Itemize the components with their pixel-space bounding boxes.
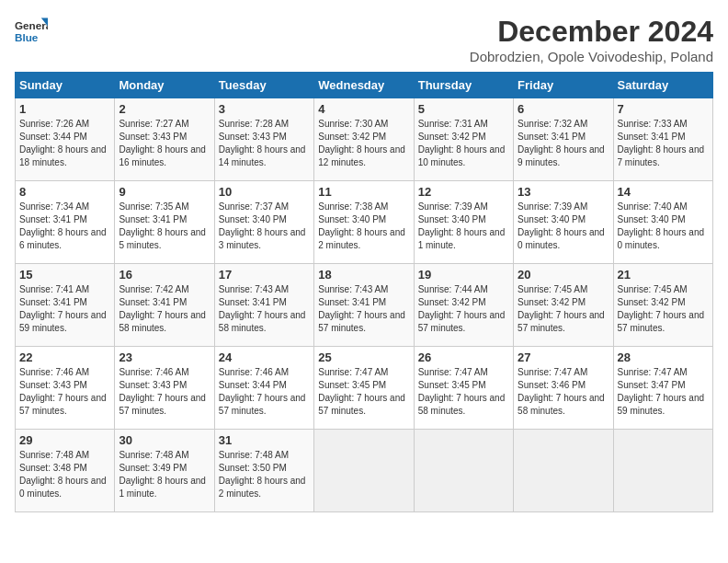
daylight-label: Daylight: 8 hours and 6 minutes.: [19, 227, 107, 250]
sunset-label: Sunset: 3:42 PM: [418, 297, 486, 307]
daylight-label: Daylight: 7 hours and 57 minutes.: [618, 310, 705, 333]
daylight-label: Daylight: 8 hours and 2 minutes.: [219, 476, 306, 499]
calendar-cell: 8 Sunrise: 7:34 AM Sunset: 3:41 PM Dayli…: [16, 181, 115, 264]
daylight-label: Daylight: 7 hours and 58 minutes.: [219, 310, 306, 333]
sunset-label: Sunset: 3:41 PM: [19, 297, 87, 307]
calendar-cell: 17 Sunrise: 7:43 AM Sunset: 3:41 PM Dayl…: [214, 264, 313, 347]
calendar-cell: 19 Sunrise: 7:44 AM Sunset: 3:42 PM Dayl…: [414, 264, 513, 347]
week-row: 1 Sunrise: 7:26 AM Sunset: 3:44 PM Dayli…: [16, 98, 713, 181]
day-info: Sunrise: 7:45 AM Sunset: 3:42 PM Dayligh…: [518, 283, 609, 335]
calendar-cell: [314, 430, 414, 512]
day-number: 29: [19, 433, 110, 447]
sunrise-label: Sunrise: 7:30 AM: [318, 119, 388, 129]
week-row: 29 Sunrise: 7:48 AM Sunset: 3:48 PM Dayl…: [16, 430, 713, 512]
day-number: 11: [318, 185, 409, 199]
sunrise-label: Sunrise: 7:43 AM: [318, 284, 388, 294]
daylight-label: Daylight: 7 hours and 57 minutes.: [318, 393, 405, 416]
sunset-label: Sunset: 3:43 PM: [19, 380, 87, 390]
day-info: Sunrise: 7:48 AM Sunset: 3:49 PM Dayligh…: [119, 449, 210, 500]
sunset-label: Sunset: 3:44 PM: [19, 132, 87, 142]
day-number: 12: [418, 185, 509, 199]
daylight-label: Daylight: 8 hours and 16 minutes.: [119, 144, 206, 167]
sunrise-label: Sunrise: 7:39 AM: [518, 201, 587, 212]
daylight-label: Daylight: 7 hours and 58 minutes.: [119, 310, 206, 333]
sunset-label: Sunset: 3:43 PM: [219, 132, 287, 142]
calendar-cell: 7 Sunrise: 7:33 AM Sunset: 3:41 PM Dayli…: [613, 98, 712, 181]
sunset-label: Sunset: 3:41 PM: [119, 297, 187, 307]
daylight-label: Daylight: 8 hours and 10 minutes.: [418, 144, 506, 167]
calendar-cell: 9 Sunrise: 7:35 AM Sunset: 3:41 PM Dayli…: [115, 181, 214, 264]
sunrise-label: Sunrise: 7:42 AM: [119, 284, 188, 294]
day-number: 4: [318, 102, 409, 116]
logo: General Blue: [15, 15, 48, 48]
day-number: 10: [219, 185, 310, 199]
sunset-label: Sunset: 3:42 PM: [518, 297, 586, 307]
sunset-label: Sunset: 3:46 PM: [518, 380, 586, 390]
day-info: Sunrise: 7:28 AM Sunset: 3:43 PM Dayligh…: [219, 118, 310, 169]
sunrise-label: Sunrise: 7:31 AM: [418, 119, 488, 129]
sunset-label: Sunset: 3:49 PM: [119, 463, 187, 473]
sunrise-label: Sunrise: 7:33 AM: [618, 119, 688, 129]
day-info: Sunrise: 7:44 AM Sunset: 3:42 PM Dayligh…: [418, 283, 509, 335]
daylight-label: Daylight: 8 hours and 0 minutes.: [518, 227, 605, 250]
col-header-wednesday: Wednesday: [314, 73, 414, 98]
daylight-label: Daylight: 7 hours and 59 minutes.: [618, 393, 705, 416]
sunrise-label: Sunrise: 7:35 AM: [119, 201, 188, 212]
day-number: 5: [418, 102, 509, 116]
sunset-label: Sunset: 3:43 PM: [119, 380, 187, 390]
calendar-cell: 20 Sunrise: 7:45 AM Sunset: 3:42 PM Dayl…: [514, 264, 613, 347]
day-info: Sunrise: 7:38 AM Sunset: 3:40 PM Dayligh…: [318, 201, 409, 252]
sunrise-label: Sunrise: 7:45 AM: [518, 284, 587, 294]
daylight-label: Daylight: 7 hours and 58 minutes.: [418, 393, 506, 416]
day-info: Sunrise: 7:45 AM Sunset: 3:42 PM Dayligh…: [618, 283, 709, 335]
day-info: Sunrise: 7:39 AM Sunset: 3:40 PM Dayligh…: [418, 201, 509, 252]
day-number: 14: [618, 185, 709, 199]
daylight-label: Daylight: 8 hours and 2 minutes.: [318, 227, 405, 250]
calendar-cell: 14 Sunrise: 7:40 AM Sunset: 3:40 PM Dayl…: [613, 181, 712, 264]
daylight-label: Daylight: 8 hours and 0 minutes.: [618, 227, 705, 250]
sunset-label: Sunset: 3:40 PM: [318, 214, 386, 224]
day-number: 28: [618, 350, 709, 364]
sunrise-label: Sunrise: 7:28 AM: [219, 119, 289, 129]
sunset-label: Sunset: 3:41 PM: [19, 214, 87, 224]
sunrise-label: Sunrise: 7:45 AM: [618, 284, 688, 294]
daylight-label: Daylight: 7 hours and 57 minutes.: [518, 310, 605, 333]
sunrise-label: Sunrise: 7:47 AM: [318, 367, 388, 377]
daylight-label: Daylight: 8 hours and 12 minutes.: [318, 144, 405, 167]
daylight-label: Daylight: 8 hours and 3 minutes.: [219, 227, 306, 250]
day-info: Sunrise: 7:27 AM Sunset: 3:43 PM Dayligh…: [119, 118, 210, 169]
svg-text:General: General: [15, 19, 48, 31]
daylight-label: Daylight: 7 hours and 57 minutes.: [19, 393, 107, 416]
sunset-label: Sunset: 3:42 PM: [618, 297, 686, 307]
day-number: 26: [418, 350, 509, 364]
calendar-cell: [514, 430, 613, 512]
calendar-cell: 16 Sunrise: 7:42 AM Sunset: 3:41 PM Dayl…: [115, 264, 214, 347]
sunrise-label: Sunrise: 7:26 AM: [19, 119, 89, 129]
sunrise-label: Sunrise: 7:48 AM: [119, 450, 188, 460]
calendar-table: SundayMondayTuesdayWednesdayThursdayFrid…: [15, 72, 713, 512]
sunrise-label: Sunrise: 7:48 AM: [219, 450, 289, 460]
sunset-label: Sunset: 3:41 PM: [119, 214, 187, 224]
sunrise-label: Sunrise: 7:32 AM: [518, 119, 587, 129]
sunrise-label: Sunrise: 7:41 AM: [19, 284, 89, 294]
sunrise-label: Sunrise: 7:47 AM: [418, 367, 488, 377]
calendar-cell: 30 Sunrise: 7:48 AM Sunset: 3:49 PM Dayl…: [115, 430, 214, 512]
calendar-cell: 1 Sunrise: 7:26 AM Sunset: 3:44 PM Dayli…: [16, 98, 115, 181]
day-number: 16: [119, 268, 210, 282]
col-header-tuesday: Tuesday: [214, 73, 313, 98]
day-number: 21: [618, 268, 709, 282]
sunset-label: Sunset: 3:42 PM: [318, 132, 386, 142]
sunrise-label: Sunrise: 7:37 AM: [219, 201, 289, 212]
daylight-label: Daylight: 8 hours and 9 minutes.: [518, 144, 605, 167]
day-info: Sunrise: 7:31 AM Sunset: 3:42 PM Dayligh…: [418, 118, 509, 169]
sunset-label: Sunset: 3:42 PM: [418, 132, 486, 142]
sunset-label: Sunset: 3:45 PM: [318, 380, 386, 390]
calendar-cell: 2 Sunrise: 7:27 AM Sunset: 3:43 PM Dayli…: [115, 98, 214, 181]
calendar-cell: 3 Sunrise: 7:28 AM Sunset: 3:43 PM Dayli…: [214, 98, 313, 181]
sunset-label: Sunset: 3:48 PM: [19, 463, 87, 473]
day-number: 18: [318, 268, 409, 282]
day-info: Sunrise: 7:48 AM Sunset: 3:48 PM Dayligh…: [19, 449, 110, 500]
day-info: Sunrise: 7:46 AM Sunset: 3:43 PM Dayligh…: [19, 366, 110, 418]
daylight-label: Daylight: 7 hours and 58 minutes.: [518, 393, 605, 416]
sunrise-label: Sunrise: 7:47 AM: [518, 367, 587, 377]
